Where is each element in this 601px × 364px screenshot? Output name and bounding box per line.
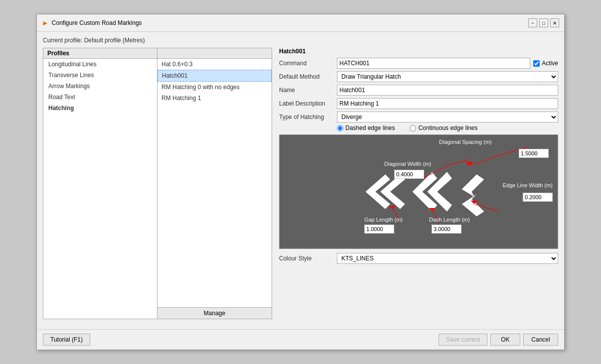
nav-panel-header: Profiles <box>43 48 157 59</box>
active-label: Active <box>542 60 558 67</box>
hatch-title: Hatch001 <box>279 48 558 55</box>
label-desc-input[interactable] <box>337 98 558 109</box>
active-checkbox-label: Active <box>533 60 558 67</box>
gap-length-title: Gap Length (m) <box>364 217 403 223</box>
arrow4 <box>429 208 436 212</box>
ok-button[interactable]: OK <box>490 334 520 346</box>
active-checkbox[interactable] <box>533 60 540 67</box>
dashed-edge-radio[interactable] <box>337 125 343 131</box>
profile-item-hat[interactable]: Hat 0.6+0.3 <box>157 59 272 70</box>
tutorial-button[interactable]: Tutorial (F1) <box>43 334 90 346</box>
profile-panel: Hat 0.6+0.3 Hatch001 RM Hatching 0 with … <box>157 48 272 319</box>
save-current-button[interactable]: Save current <box>439 334 487 346</box>
continuous-edge-radio[interactable] <box>410 125 416 131</box>
diag-width-title: Diagonal Width (m) <box>384 161 431 167</box>
profile-item-rm0[interactable]: RM Hatching 0 with no edges <box>157 82 272 93</box>
footer-left: Tutorial (F1) <box>43 334 90 346</box>
dash-length-input[interactable] <box>432 225 461 234</box>
nav-item-longitudinal[interactable]: Longitudinal Lines <box>43 59 157 70</box>
command-label: Command <box>279 60 334 67</box>
dashed-edge-label: Dashed edge lines <box>337 124 395 131</box>
chevron-left <box>365 174 405 209</box>
diag-width-input-wrapper <box>394 170 424 179</box>
nav-item-arrow[interactable]: Arrow Markings <box>43 81 157 92</box>
arrow3 <box>389 206 396 209</box>
svg-marker-5 <box>462 194 484 217</box>
continuous-edge-label: Continuous edge lines <box>410 124 477 131</box>
chevron-right <box>462 174 484 216</box>
command-row: Active <box>337 58 558 69</box>
main-window: ► Configure Custom Road Markings − □ ✕ C… <box>36 14 565 350</box>
command-input[interactable] <box>337 58 530 69</box>
profile-line: Current profile: Default profile (Metres… <box>43 37 558 44</box>
diag-spacing-line <box>469 152 509 166</box>
footer: Tutorial (F1) Save current OK Cancel <box>37 329 564 350</box>
edge-line-width-input[interactable] <box>523 193 553 202</box>
diagonal-width-input[interactable] <box>394 170 424 179</box>
default-method-select[interactable]: Draw Triangular Hatch <box>337 71 558 82</box>
nav-item-transverse[interactable]: Transverse Lines <box>43 70 157 81</box>
arrow1 <box>465 162 473 166</box>
nav-item-hatching[interactable]: Hatching <box>43 103 157 114</box>
close-button[interactable]: ✕ <box>550 18 559 27</box>
name-input[interactable] <box>337 85 558 96</box>
svg-marker-4 <box>462 174 484 197</box>
type-select[interactable]: Diverge <box>337 112 558 122</box>
colour-style-label: Colour Style <box>279 255 334 262</box>
dashed-edge-text: Dashed edge lines <box>345 124 395 131</box>
gap-length-input[interactable] <box>364 225 394 234</box>
app-icon: ► <box>42 19 49 27</box>
diag-spacing-input-wrapper <box>519 149 549 158</box>
diag-width-line2 <box>450 160 469 165</box>
minimize-button[interactable]: − <box>528 18 537 27</box>
panels-row: Profiles Longitudinal Lines Transverse L… <box>43 48 558 319</box>
window-title: Configure Custom Road Markings <box>52 19 142 26</box>
titlebar-controls: − □ ✕ <box>528 18 559 27</box>
edge-line-width-title: Edge Line Width (m) <box>503 182 553 188</box>
profile-panel-header <box>157 48 272 59</box>
diagonal-spacing-input[interactable] <box>519 149 549 158</box>
gap-length-input-wrapper <box>364 225 394 234</box>
diag-spacing-title: Diagonal Spacing (m) <box>439 139 492 145</box>
titlebar: ► Configure Custom Road Markings − □ ✕ <box>37 14 564 32</box>
profile-list: Hat 0.6+0.3 Hatch001 RM Hatching 0 with … <box>157 59 272 308</box>
nav-list: Longitudinal Lines Transverse Lines Arro… <box>43 59 157 319</box>
type-label: Type of Hatching <box>279 114 334 121</box>
label-desc-label: Label Description <box>279 100 334 107</box>
name-label: Name <box>279 87 334 94</box>
default-method-label: Default Method <box>279 73 334 80</box>
diagram-svg <box>280 135 558 248</box>
cancel-button[interactable]: Cancel <box>523 334 558 346</box>
manage-button[interactable]: Manage <box>157 308 272 319</box>
edge-line-width-input-wrapper <box>523 193 553 202</box>
footer-right: Save current OK Cancel <box>439 334 558 346</box>
content-area: Current profile: Default profile (Metres… <box>37 32 564 324</box>
diagram-container: Diagonal Spacing (m) Diagonal Width (m) … <box>279 134 558 249</box>
dash-length-title: Dash Length (m) <box>429 217 470 223</box>
nav-item-road-text[interactable]: Road Text <box>43 92 157 103</box>
titlebar-left: ► Configure Custom Road Markings <box>42 19 142 27</box>
profile-item-hatch001[interactable]: Hatch001 <box>157 70 272 82</box>
right-panel: Hatch001 Command Active Default Method D… <box>272 48 558 319</box>
dash-length-input-wrapper <box>432 225 461 234</box>
profile-item-rm1[interactable]: RM Hatching 1 <box>157 93 272 104</box>
nav-panel: Profiles Longitudinal Lines Transverse L… <box>43 48 157 319</box>
continuous-edge-text: Continuous edge lines <box>418 124 477 131</box>
colour-style-select[interactable]: KTS_LINES <box>337 253 558 264</box>
maximize-button[interactable]: □ <box>539 18 548 27</box>
